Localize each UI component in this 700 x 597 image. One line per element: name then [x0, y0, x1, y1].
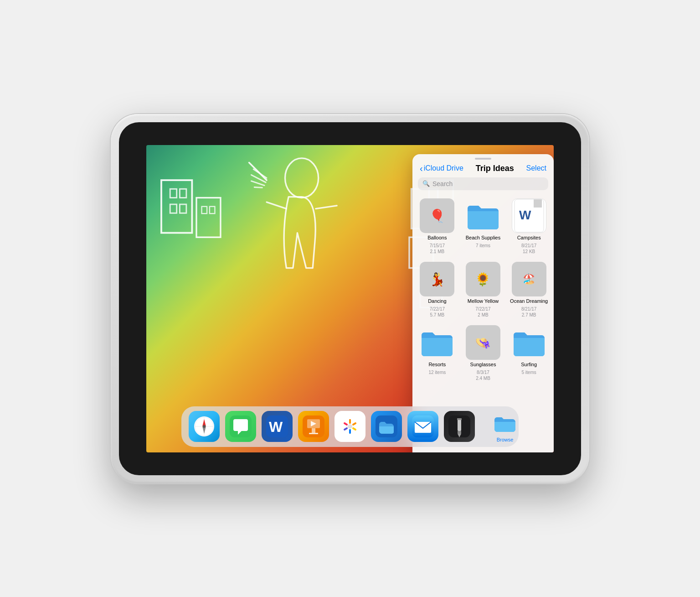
svg-line-41 — [353, 428, 355, 430]
folder-icon-resorts — [420, 328, 454, 357]
file-name-0: Balloons — [427, 235, 447, 241]
dock-container: W — [181, 406, 519, 447]
dock-marker[interactable] — [444, 411, 475, 442]
file-item-sunglasses[interactable]: Sunglasses 8/3/172.4 MB — [464, 325, 503, 381]
dock-photos[interactable] — [335, 411, 365, 442]
svg-rect-2 — [180, 189, 186, 197]
svg-rect-0 — [161, 180, 192, 233]
scene: ‹ iCloud Drive Trip Ideas Select 🔍 Searc… — [77, 25, 623, 572]
file-thumb-mellow — [466, 262, 500, 296]
dock: W — [181, 406, 519, 447]
file-thumb-campsites: W — [512, 198, 546, 233]
back-label: iCloud Drive — [424, 164, 463, 172]
word-doc-icon: W — [514, 198, 545, 233]
file-meta-8: 5 items — [522, 369, 536, 375]
svg-rect-36 — [309, 433, 318, 434]
file-thumb-balloons — [420, 198, 454, 233]
file-thumb-surfing — [512, 325, 546, 360]
svg-point-28 — [203, 425, 206, 428]
svg-line-46 — [349, 420, 351, 423]
file-item-campsites[interactable]: W Campsites 8/21/1712 KB — [510, 198, 548, 254]
file-name-4: Mellow Yellow — [468, 298, 499, 304]
marker-icon — [448, 415, 470, 437]
file-item-ocean-dreaming[interactable]: Ocean Dreaming 8/21/172.7 MB — [510, 262, 548, 318]
select-button[interactable]: Select — [526, 164, 546, 172]
svg-point-17 — [285, 158, 318, 197]
svg-rect-20 — [534, 199, 542, 208]
search-icon: 🔍 — [422, 180, 430, 187]
dock-safari[interactable] — [189, 411, 220, 442]
svg-rect-35 — [312, 428, 315, 433]
file-meta-0: 7/15/172.1 MB — [430, 243, 445, 254]
back-button[interactable]: ‹ iCloud Drive — [420, 163, 463, 174]
panel-nav: ‹ iCloud Drive Trip Ideas Select — [412, 161, 554, 177]
folder-icon-surfing — [512, 328, 546, 357]
svg-line-45 — [345, 423, 347, 425]
messages-icon — [230, 415, 252, 437]
svg-rect-6 — [202, 206, 207, 213]
file-thumb-sunglasses — [466, 325, 500, 360]
file-meta-5: 8/21/172.7 MB — [521, 306, 536, 318]
panel-title: Trip Ideas — [476, 164, 514, 173]
screen-background: ‹ iCloud Drive Trip Ideas Select 🔍 Searc… — [146, 145, 554, 452]
file-name-7: Sunglasses — [470, 362, 496, 368]
svg-rect-4 — [180, 204, 186, 213]
dock-files[interactable] — [371, 411, 402, 442]
file-item-resorts[interactable]: Resorts 12 items — [418, 325, 457, 381]
file-item-beach-supplies[interactable]: Beach Supplies 7 items — [464, 198, 503, 254]
svg-line-8 — [249, 162, 267, 180]
file-meta-7: 8/3/172.4 MB — [476, 369, 490, 381]
dock-messages[interactable] — [225, 411, 256, 442]
file-meta-6: 12 items — [428, 369, 446, 375]
browse-label: Browse — [497, 437, 514, 442]
file-thumb-ocean — [512, 262, 546, 296]
file-item-mellow-yellow[interactable]: Mellow Yellow 7/22/172 MB — [464, 262, 503, 318]
svg-line-12 — [254, 187, 262, 187]
search-placeholder: Search — [432, 180, 453, 187]
dock-keynote[interactable] — [298, 411, 329, 442]
svg-rect-55 — [457, 418, 462, 420]
file-name-5: Ocean Dreaming — [510, 298, 548, 304]
file-thumb-resorts — [420, 325, 454, 360]
dock-browse[interactable]: Browse — [489, 411, 520, 442]
file-thumb-dancing — [420, 262, 454, 296]
file-item-balloons[interactable]: Balloons 7/15/172.1 MB — [418, 198, 457, 254]
file-name-1: Beach Supplies — [466, 235, 500, 241]
file-meta-4: 7/22/172 MB — [475, 306, 490, 318]
svg-rect-1 — [170, 189, 176, 197]
file-item-surfing[interactable]: Surfing 5 items — [510, 325, 548, 381]
chevron-left-icon: ‹ — [420, 163, 423, 174]
dock-word[interactable]: W — [262, 411, 293, 442]
browse-icon — [492, 412, 518, 435]
mail-icon — [412, 415, 434, 437]
file-name-3: Dancing — [428, 298, 446, 304]
file-item-dancing[interactable]: Dancing 7/22/175.7 MB — [418, 262, 457, 318]
file-thumb-beach-supplies — [466, 198, 500, 233]
svg-rect-3 — [170, 204, 176, 213]
panel-handle — [475, 158, 491, 160]
svg-rect-52 — [458, 418, 461, 431]
file-meta-2: 8/21/1712 KB — [521, 243, 536, 254]
keynote-icon — [303, 415, 324, 437]
file-meta-1: 7 items — [476, 243, 490, 249]
file-name-2: Campsites — [517, 235, 541, 241]
svg-text:W: W — [269, 419, 283, 435]
svg-rect-53 — [458, 431, 461, 434]
word-icon: W — [266, 415, 288, 437]
safari-icon — [193, 415, 215, 437]
svg-rect-5 — [196, 197, 221, 237]
dock-mail[interactable] — [407, 411, 438, 442]
ipad-device: ‹ iCloud Drive Trip Ideas Select 🔍 Searc… — [111, 114, 589, 483]
file-name-8: Surfing — [521, 362, 537, 368]
svg-text:W: W — [519, 208, 531, 222]
photos-icon — [339, 415, 361, 437]
file-meta-3: 7/22/175.7 MB — [430, 306, 445, 318]
svg-point-47 — [348, 424, 352, 429]
ipad-screen: ‹ iCloud Drive Trip Ideas Select 🔍 Searc… — [146, 145, 554, 452]
files-icon — [376, 415, 397, 437]
svg-line-10 — [251, 175, 266, 182]
search-bar[interactable]: 🔍 Search — [418, 177, 548, 190]
svg-rect-7 — [210, 206, 215, 213]
folder-icon-beach — [466, 201, 500, 230]
svg-line-11 — [251, 181, 264, 185]
